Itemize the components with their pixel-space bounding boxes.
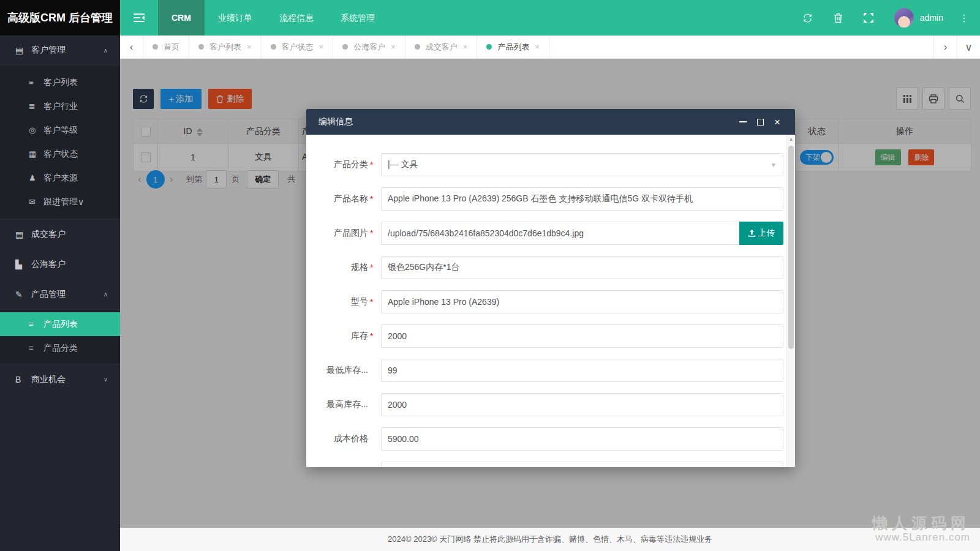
watermark: 懒人源码网 www.5Lanren.com <box>872 514 970 544</box>
watermark-url: www.5Lanren.com <box>872 531 970 544</box>
close-icon[interactable]: × <box>774 117 780 127</box>
field-label: 成本价格 <box>315 433 368 444</box>
field-label: 库存 <box>315 331 368 342</box>
scroll-up-icon[interactable]: ▲ <box>787 137 795 142</box>
sidebar-item-product-management[interactable]: ✎ 产品管理 ∧ <box>0 279 120 309</box>
model-input[interactable] <box>381 290 783 313</box>
product-submenu: ≡ 产品列表 ≡ 产品分类 <box>0 309 120 364</box>
form-row-cost-price: 成本价格 * <box>315 427 786 451</box>
nav-item-crm[interactable]: CRM <box>158 0 205 36</box>
cost-price-input[interactable] <box>381 427 783 451</box>
form-row-sale-price: 出售价格 * <box>315 462 786 467</box>
sale-price-input[interactable] <box>381 462 783 467</box>
sidebar-item-business-opportunity[interactable]: Ƀ 商业机会 ∨ <box>0 364 120 394</box>
tabs-menu-button[interactable]: ∨ <box>957 36 980 59</box>
form-row-model: 型号 * <box>315 290 786 313</box>
close-icon[interactable]: × <box>463 42 468 51</box>
tab-deal-customers[interactable]: 成交客户 × <box>405 36 478 58</box>
min-stock-input[interactable] <box>381 359 783 382</box>
sidebar-item-followup-management[interactable]: ✉ 跟进管理 ∨ <box>0 190 120 214</box>
sidebar-item-customer-industry[interactable]: ≣ 客户行业 <box>0 94 120 118</box>
sidebar-item-label: 客户列表 <box>43 77 78 88</box>
select-caret-icon: ▼ <box>771 162 777 168</box>
upload-button[interactable]: 上传 <box>739 222 783 245</box>
chart-icon: ▙ <box>15 260 31 269</box>
field-label: 产品分类 <box>315 159 368 170</box>
watermark-title: 懒人源码网 <box>872 514 970 532</box>
stock-input[interactable] <box>381 324 783 348</box>
tabbar-spacer <box>549 36 933 58</box>
tab-home[interactable]: 首页 <box>143 36 189 58</box>
card-icon: ▦ <box>29 149 43 159</box>
chevron-up-icon: ∧ <box>104 47 108 54</box>
sidebar-item-deal-customers[interactable]: ▤ 成交客户 <box>0 219 120 249</box>
nav-item-process[interactable]: 流程信息 <box>266 0 327 36</box>
field-label: 最低库存... <box>315 365 368 376</box>
required-mark: * <box>370 160 375 170</box>
max-stock-input[interactable] <box>381 393 783 416</box>
required-mark: * <box>370 194 375 204</box>
sidebar-item-label: 客户等级 <box>43 125 78 136</box>
sidebar-item-customer-status[interactable]: ▦ 客户状态 <box>0 142 120 166</box>
spec-input[interactable] <box>381 256 783 279</box>
required-mark: * <box>370 331 375 341</box>
chevron-down-icon: ∨ <box>104 376 108 383</box>
tab-label: 首页 <box>164 42 179 53</box>
sidebar-item-product-list[interactable]: ≡ 产品列表 <box>0 312 120 336</box>
form-row-image: 产品图片 * 上传 <box>315 222 786 245</box>
nav-item-system[interactable]: 系统管理 <box>327 0 388 36</box>
collapse-menu-button[interactable] <box>120 0 158 36</box>
product-name-input[interactable] <box>381 187 783 211</box>
tabs-scroll-left-button[interactable]: ‹ <box>120 36 143 59</box>
tab-customer-status[interactable]: 客户状态 × <box>262 36 334 58</box>
tab-customer-list[interactable]: 客户列表 × <box>189 36 262 58</box>
sidebar-item-label: 客户行业 <box>43 101 78 112</box>
user-avatar[interactable] <box>894 8 914 28</box>
close-icon[interactable]: × <box>391 42 396 51</box>
tab-dot <box>153 44 158 50</box>
gauge-icon: ◎ <box>29 126 43 135</box>
tab-dot <box>486 44 492 50</box>
sidebar-item-label: 客户管理 <box>31 45 66 56</box>
modal-title: 编辑信息 <box>318 116 353 127</box>
nav-item-orders[interactable]: 业绩订单 <box>205 0 266 36</box>
maximize-icon[interactable] <box>757 119 764 126</box>
tab-dot <box>198 44 204 50</box>
fullscreen-button[interactable] <box>864 13 873 23</box>
refresh-button[interactable] <box>802 13 813 23</box>
required-mark: * <box>370 228 375 238</box>
sidebar-item-label: 商业机会 <box>31 374 66 385</box>
sidebar-item-public-customers[interactable]: ▙ 公海客户 <box>0 249 120 279</box>
sidebar-item-customer-source[interactable]: ♟ 客户来源 <box>0 166 120 190</box>
tab-dot <box>415 44 420 50</box>
tab-public-customers[interactable]: 公海客户 × <box>333 36 405 58</box>
form-row-min-stock: 最低库存... * <box>315 359 786 382</box>
modal-title-bar: 编辑信息 × <box>306 109 795 135</box>
product-image-input[interactable] <box>381 222 739 245</box>
close-icon[interactable]: × <box>247 42 252 51</box>
sidebar: 高级版CRM 后台管理 ▤ 客户管理 ∧ ≡ 客户列表 ≣ 客户行业 ◎ 客户等… <box>0 0 120 551</box>
required-mark: * <box>370 263 375 272</box>
modal-scrollbar[interactable]: ▲ <box>786 135 795 467</box>
form-row-spec: 规格 * <box>315 256 786 279</box>
app-logo: 高级版CRM 后台管理 <box>0 0 120 36</box>
tab-label: 客户状态 <box>282 42 314 53</box>
username[interactable]: admin <box>920 13 943 23</box>
category-select[interactable]: |— 文具 ▼ <box>381 153 783 176</box>
minimize-icon[interactable] <box>739 121 747 122</box>
close-icon[interactable]: × <box>319 42 324 51</box>
tab-product-list[interactable]: 产品列表 × <box>477 36 549 58</box>
clear-cache-button[interactable] <box>834 13 843 23</box>
person-icon: ♟ <box>29 173 43 182</box>
tabs-scroll-right-button[interactable]: › <box>933 36 957 59</box>
top-header: CRM 业绩订单 流程信息 系统管理 admin ⋮ <box>120 0 980 36</box>
scrollbar-thumb[interactable] <box>788 146 794 349</box>
sidebar-item-product-category[interactable]: ≡ 产品分类 <box>0 336 120 360</box>
sidebar-item-customer-list[interactable]: ≡ 客户列表 <box>0 70 120 94</box>
close-icon[interactable]: × <box>535 42 540 51</box>
selected-option: |— 文具 <box>388 159 418 170</box>
sidebar-item-customer-management[interactable]: ▤ 客户管理 ∧ <box>0 36 120 65</box>
more-menu-icon[interactable]: ⋮ <box>959 12 969 24</box>
field-label: 产品图片 <box>315 228 368 239</box>
sidebar-item-customer-level[interactable]: ◎ 客户等级 <box>0 118 120 142</box>
